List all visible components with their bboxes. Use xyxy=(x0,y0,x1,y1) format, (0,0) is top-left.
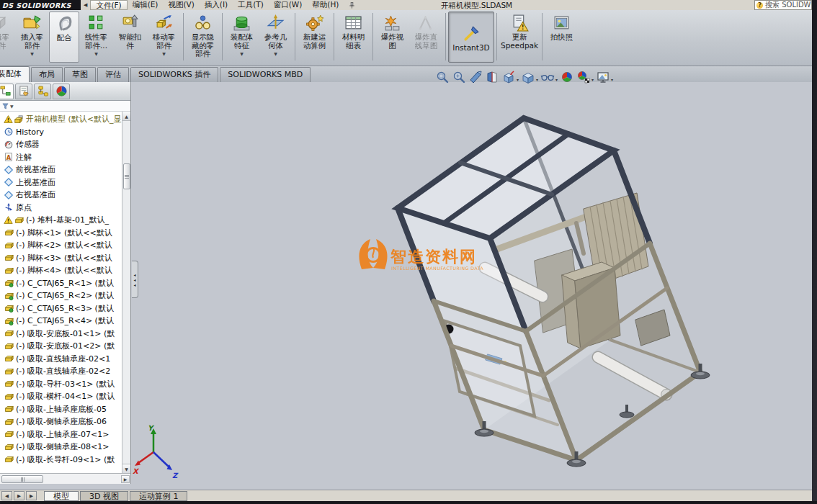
dropdown-arrow-icon[interactable]: ▾ xyxy=(611,77,613,82)
menu-tools[interactable]: 工具(T) xyxy=(233,0,269,10)
propertymanager-tab[interactable] xyxy=(15,84,32,99)
edit-appearance-button[interactable] xyxy=(560,70,574,84)
scroll-right-icon[interactable]: ▶ xyxy=(121,475,130,483)
tree-item[interactable]: (-) 脚杯<1> (默认<<默认 xyxy=(0,227,122,240)
assembly-features-button[interactable]: 装配体特征 ▼ xyxy=(225,12,259,64)
menu-pin-icon[interactable] xyxy=(348,1,356,9)
tree-item[interactable]: 原点 xyxy=(0,202,122,215)
tree-item[interactable]: (-) 吸取-安底板-01<2> (默 xyxy=(0,340,122,353)
tree-item[interactable]: (-) 吸取-直线轴承座-02<2 xyxy=(0,365,122,378)
tree-horizontal-scrollbar[interactable]: ▶ xyxy=(0,473,130,484)
tree-item[interactable]: 传感器 xyxy=(0,138,122,151)
tab-evaluate[interactable]: 评估 xyxy=(97,67,129,82)
menu-collapse-arrow-icon[interactable]: ◀ xyxy=(81,2,90,8)
sheet-tab-3d-views[interactable]: 3D 视图 xyxy=(80,491,128,501)
tree-item[interactable]: 开箱机模型 (默认<默认_显 xyxy=(0,113,122,126)
zoom-to-fit-button[interactable] xyxy=(435,70,450,84)
update-speedpak-button[interactable]: 更新Speedpak xyxy=(499,12,540,64)
hide-show-items-button[interactable]: ▾ xyxy=(540,70,558,84)
tree-item[interactable]: (-) 脚杯<4> (默认<<默认 xyxy=(0,264,122,277)
instant3d-button[interactable]: Instant3D xyxy=(448,12,494,63)
tree-item[interactable]: (-) 吸取-上轴承座底板-05 xyxy=(0,403,122,416)
insert-component-button[interactable]: 插入零部件 ▼ xyxy=(15,12,49,64)
tab-assembly[interactable]: 装配体 xyxy=(0,66,30,82)
search-box[interactable]: ? 搜索 SOLIDWO xyxy=(754,0,812,10)
dropdown-arrow-icon[interactable]: ▼ xyxy=(94,51,98,56)
sheet-tab-model[interactable]: 模型 xyxy=(44,491,79,501)
menu-view[interactable]: 视图(V) xyxy=(163,0,199,10)
tree-item[interactable]: (-) 吸取-侧轴承座底板-06 xyxy=(0,415,122,428)
menu-help[interactable]: 帮助(H) xyxy=(307,0,344,10)
tab-layout[interactable]: 布局 xyxy=(31,67,63,82)
dropdown-arrow-icon[interactable]: ▾ xyxy=(555,77,558,82)
dropdown-arrow-icon[interactable]: ▾ xyxy=(517,77,519,82)
tree-item[interactable]: (-) 吸取-侧轴承座-08<1> xyxy=(0,441,122,454)
bill-of-materials-button[interactable]: 材料明细表 xyxy=(336,12,370,64)
tree-item[interactable]: 前视基准面 xyxy=(0,163,122,176)
tab-solidworks-mbd[interactable]: SOLIDWORKS MBD xyxy=(220,67,311,82)
scroll-up-icon[interactable]: ▲ xyxy=(122,112,131,121)
sheet-nav-button[interactable]: ▶ xyxy=(14,491,24,500)
tree-item[interactable]: (-) 吸取-导杆-03<1> (默认 xyxy=(0,378,122,391)
displaymanager-tab[interactable] xyxy=(53,84,70,99)
dropdown-arrow-icon[interactable]: ▼ xyxy=(30,51,34,56)
dropdown-arrow-icon[interactable]: ▼ xyxy=(240,51,244,56)
view-orientation-button[interactable]: ▾ xyxy=(501,70,519,84)
section-view-button[interactable] xyxy=(485,70,499,84)
tree-item[interactable]: (-) C_CTAJ65_R<4> (默认 xyxy=(0,315,122,328)
tree-item[interactable]: (-) 吸取-长导杆-09<1> (默 xyxy=(0,454,122,467)
tree-item[interactable]: (-) 吸取-安底板-01<1> (默 xyxy=(0,328,122,341)
dropdown-arrow-icon[interactable]: ▼ xyxy=(162,51,166,56)
explode-line-sketch-button[interactable]: 爆炸直线草图 xyxy=(409,12,443,64)
mate-button[interactable]: 配合 xyxy=(49,12,79,63)
filter-dropdown-arrow-icon[interactable]: ▼ xyxy=(10,104,14,109)
tree-vertical-scrollbar[interactable]: ▲ ▼ xyxy=(122,112,130,473)
tree-item[interactable]: (-) 吸取-直线轴承座-02<1 xyxy=(0,353,122,366)
smart-fasteners-button[interactable]: 智能扣件 xyxy=(113,12,147,64)
panel-filter-row[interactable]: ▼ xyxy=(0,101,130,112)
tree-item[interactable]: (-) C_CTAJ65_R<1> (默认 xyxy=(0,277,122,290)
model-3d[interactable]: 智造资料网 INTELLIGENT MANUFACTURING DATA Y X… xyxy=(131,82,812,491)
tree-item[interactable]: (-) C_CTAJ65_R<2> (默认 xyxy=(0,289,122,302)
dropdown-arrow-icon[interactable]: ▼ xyxy=(274,51,277,56)
tree-item[interactable]: (-) C_CTAJ65_R<3> (默认 xyxy=(0,302,122,315)
tab-sketch[interactable]: 草图 xyxy=(64,67,96,82)
tree-item[interactable]: History xyxy=(0,126,122,139)
tree-item[interactable]: (-) 脚杯<3> (默认<<默认 xyxy=(0,252,122,265)
menu-edit[interactable]: 编辑(E) xyxy=(128,0,164,10)
move-component-button[interactable]: 移动零部件 ▼ xyxy=(147,12,181,64)
configurationmanager-tab[interactable] xyxy=(34,84,51,99)
tab-solidworks-addins[interactable]: SOLIDWORKS 插件 xyxy=(130,67,218,82)
view-settings-button[interactable]: ▾ xyxy=(596,70,613,84)
tree-item[interactable]: (-) 脚杯<2> (默认<<默认 xyxy=(0,239,122,252)
sheet-nav-button[interactable]: ◀ xyxy=(1,491,12,500)
dropdown-arrow-icon[interactable]: ▾ xyxy=(591,77,594,82)
zoom-to-area-button[interactable] xyxy=(452,70,466,84)
reference-geometry-button[interactable]: 参考几何体 ▼ xyxy=(259,12,293,64)
sheet-tab-motion-study-1[interactable]: 运动算例 1 xyxy=(130,491,188,501)
featuremanager-tab[interactable] xyxy=(0,84,14,99)
sheet-nav-button[interactable]: ▶ xyxy=(26,491,37,500)
exploded-view-button[interactable]: 爆炸视图 xyxy=(375,12,409,64)
tree-item[interactable]: 注解 xyxy=(0,151,122,164)
show-hidden-components-button[interactable]: 显示隐藏的零部件 xyxy=(186,12,220,64)
menu-window[interactable]: 窗口(W) xyxy=(269,0,308,10)
dropdown-arrow-icon[interactable]: ▾ xyxy=(536,77,538,82)
new-motion-study-button[interactable]: 新建运动算例 xyxy=(298,12,331,64)
menu-file[interactable]: 文件(F) xyxy=(90,0,127,10)
scrollbar-thumb[interactable] xyxy=(1,475,43,483)
take-snapshot-button[interactable]: 拍快照 xyxy=(545,12,579,64)
scrollbar-thumb[interactable] xyxy=(123,163,130,189)
panel-splitter-handle[interactable]: ◂◂◂ xyxy=(132,261,138,298)
linear-component-pattern-button[interactable]: 线性零部件... ▼ xyxy=(79,12,113,64)
tree-item[interactable]: (-) 堆料-基架-01_默认_ xyxy=(0,214,122,227)
tree-item[interactable]: (-) 吸取-横杆-04<1> (默认 xyxy=(0,390,122,403)
previous-view-button[interactable] xyxy=(468,70,483,84)
display-style-button[interactable]: ▾ xyxy=(521,70,538,84)
menu-insert[interactable]: 插入(I) xyxy=(200,0,233,10)
tree-item[interactable]: 上视基准面 xyxy=(0,176,122,189)
edit-component-button[interactable]: 编辑零部件 xyxy=(0,12,15,64)
apply-scene-button[interactable]: ▾ xyxy=(576,70,594,84)
scroll-down-icon[interactable]: ▼ xyxy=(122,464,131,473)
tree-item[interactable]: (-) 吸取-上轴承座-07<1> xyxy=(0,428,122,441)
